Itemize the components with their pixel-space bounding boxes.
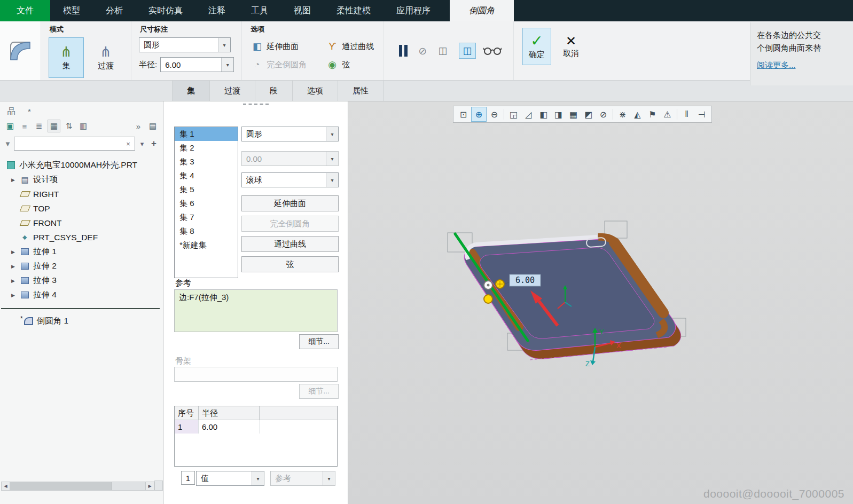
zoom-window-icon[interactable]: ⊡ xyxy=(456,107,471,121)
radius-row-value[interactable]: 6.00 xyxy=(199,420,260,434)
model-tree-toggle-icon[interactable]: 品 xyxy=(5,105,17,117)
tab-transitions[interactable]: 过渡 xyxy=(210,81,255,101)
spine-collector[interactable] xyxy=(174,367,338,382)
play-to-end-icon[interactable]: ⊣ xyxy=(694,107,709,121)
tree-node-extrude-1[interactable]: ▶ 拉伸 1 xyxy=(0,245,163,259)
tree-node-csys[interactable]: ⌖ PRT_CSYS_DEF xyxy=(0,230,163,245)
tree-node-right-plane[interactable]: RIGHT xyxy=(0,187,163,201)
menu-tools[interactable]: 工具 xyxy=(238,0,281,21)
reference-item[interactable]: 边:F7(拉伸_3) xyxy=(179,293,333,303)
edge-anchor-handle[interactable] xyxy=(484,281,492,289)
scrollbar-thumb[interactable] xyxy=(10,482,112,490)
radius-dim-label[interactable]: 6.00 xyxy=(515,275,535,285)
expand-icon[interactable]: ▶ xyxy=(10,264,17,269)
references-details-button[interactable]: 细节... xyxy=(299,334,339,349)
value-mode-select[interactable]: 值 ▾ xyxy=(196,471,264,486)
refit-icon[interactable]: ◲ xyxy=(506,107,521,121)
through-curve-button[interactable]: ϒ 通过曲线 xyxy=(325,37,376,56)
menu-file[interactable]: 文件 xyxy=(0,0,50,21)
ref-mode-select[interactable]: 参考 ▾ xyxy=(270,471,335,486)
columns-icon[interactable]: ▥ xyxy=(77,120,89,132)
tree-node-part-root[interactable]: 小米充电宝10000MAH外壳.PRT xyxy=(0,158,163,172)
tree-node-extrude-3[interactable]: ▶ 拉伸 3 xyxy=(0,273,163,288)
display-style-icon[interactable]: ◧ xyxy=(536,107,551,121)
set-item-1[interactable]: 集 1 xyxy=(175,127,238,141)
scroll-right-icon[interactable]: ▶ xyxy=(145,482,154,490)
set-item-8[interactable]: 集 8 xyxy=(175,224,238,238)
menu-annotate[interactable]: 注释 xyxy=(195,0,238,21)
clear-search-icon[interactable]: × xyxy=(124,140,132,148)
set-item-6[interactable]: 集 6 xyxy=(175,196,238,210)
tree-node-extrude-2[interactable]: ▶ 拉伸 2 xyxy=(0,259,163,273)
menu-analysis[interactable]: 分析 xyxy=(93,0,136,21)
list-view-icon[interactable]: ≡ xyxy=(19,120,30,132)
part-cube-icon[interactable]: ▣ xyxy=(4,120,16,132)
menu-applications[interactable]: 应用程序 xyxy=(384,0,443,21)
panel-collapse-handle[interactable] xyxy=(243,104,269,105)
chevron-down-icon[interactable]: ▾ xyxy=(326,127,338,141)
extend-surfaces-panel-button[interactable]: 延伸曲面 xyxy=(241,195,339,211)
overflow-icon[interactable]: » xyxy=(132,120,144,132)
tree-search-input[interactable] xyxy=(17,139,124,148)
section-shape-select[interactable]: 圆形 ▾ xyxy=(241,127,339,141)
conic-value-field[interactable]: 0.00 ▾ xyxy=(241,151,339,166)
menu-round-active-tab[interactable]: 倒圆角 xyxy=(450,0,514,21)
no-preview-icon[interactable]: ⊘ xyxy=(418,45,427,57)
tree-node-front-plane[interactable]: FRONT xyxy=(0,216,163,230)
tab-properties[interactable]: 属性 xyxy=(338,81,384,101)
chord-panel-button[interactable]: 弦 xyxy=(241,256,339,272)
detail-list-icon[interactable]: ≣ xyxy=(33,120,45,132)
mode-transition-button[interactable]: ⋔ 过渡 xyxy=(88,37,123,78)
pause-regen-icon[interactable]: ‖ xyxy=(679,107,694,121)
chord-button[interactable]: ◉ 弦 xyxy=(325,56,376,74)
read-more-link[interactable]: 阅读更多... xyxy=(757,59,796,72)
set-item-5[interactable]: 集 5 xyxy=(175,183,238,196)
mode-set-button[interactable]: ⋔ 集 xyxy=(49,37,84,78)
sort-icon[interactable]: ⇅ xyxy=(63,120,75,132)
full-round-button[interactable]: ◔ 完全倒圆角 xyxy=(249,56,309,74)
set-item-4[interactable]: 集 4 xyxy=(175,169,238,183)
expand-icon[interactable]: ▶ xyxy=(10,177,17,183)
axes-display-icon[interactable]: ⋇ xyxy=(615,107,630,121)
anchor-drag-handle[interactable] xyxy=(484,295,492,303)
tree-node-round-1[interactable]: * 倒圆角 1 xyxy=(0,314,163,328)
shaded-view-icon[interactable]: ◩ xyxy=(581,107,596,121)
model-3d[interactable]: 6.00 xyxy=(428,215,727,396)
capture-image-icon[interactable]: ▦ xyxy=(566,107,581,121)
chevron-down-icon[interactable]: ▾ xyxy=(218,38,230,52)
extend-surfaces-button[interactable]: ◧ 延伸曲面 xyxy=(249,37,309,56)
menu-flex-modeling[interactable]: 柔性建模 xyxy=(324,0,384,21)
menu-model[interactable]: 模型 xyxy=(50,0,93,21)
set-item-3[interactable]: 集 3 xyxy=(175,155,238,169)
set-item-new[interactable]: *新建集 xyxy=(175,238,238,252)
preview-connect-toggle[interactable]: ◫ xyxy=(459,43,476,59)
grid-view-icon[interactable]: ▦ xyxy=(48,120,60,132)
chevron-down-icon[interactable]: ▾ xyxy=(326,173,338,187)
scroll-left-icon[interactable]: ◀ xyxy=(2,482,10,490)
tree-node-design-items[interactable]: ▶ ▤ 设计项 xyxy=(0,172,163,187)
section-clip-icon[interactable]: ◭ xyxy=(630,107,645,121)
tab-pieces[interactable]: 段 xyxy=(255,81,293,101)
warning-icon[interactable]: ⚠ xyxy=(660,107,675,121)
tab-options[interactable]: 选项 xyxy=(293,81,338,101)
expand-icon[interactable]: ▶ xyxy=(10,249,17,255)
datum-display-icon[interactable]: ◨ xyxy=(551,107,566,121)
chevron-down-icon[interactable]: ▾ xyxy=(221,58,233,72)
tree-panel-icon[interactable]: ▤ xyxy=(147,120,159,132)
panel-resize-corner[interactable] xyxy=(154,481,163,491)
ok-button[interactable]: ✓ 确定 xyxy=(522,28,551,65)
set-item-2[interactable]: 集 2 xyxy=(175,141,238,155)
preview-attach-toggle[interactable]: ◫ xyxy=(434,43,451,59)
expand-icon[interactable]: ▶ xyxy=(10,293,17,298)
filter-icon[interactable]: ▼ xyxy=(4,140,11,148)
repaint-icon[interactable]: ◿ xyxy=(521,107,536,121)
cancel-button[interactable]: ✕ 取消 xyxy=(557,28,585,65)
menu-live-sim[interactable]: 实时仿真 xyxy=(136,0,195,21)
graphics-area[interactable]: ⊡ ⊕ ⊖ ◲ ◿ ◧ ◨ ▦ ◩ ⊘ ⋇ ◭ ⚑ ⚠ ‖ ⊣ xyxy=(348,101,853,504)
spine-details-button[interactable]: 细节... xyxy=(299,384,339,399)
set-item-7[interactable]: 集 7 xyxy=(175,210,238,224)
shape-type-select[interactable]: 圆形 ▾ xyxy=(139,37,231,52)
zoom-in-icon[interactable]: ⊕ xyxy=(471,107,487,122)
zoom-out-icon[interactable]: ⊖ xyxy=(487,107,502,121)
add-filter-icon[interactable]: + xyxy=(149,138,159,149)
